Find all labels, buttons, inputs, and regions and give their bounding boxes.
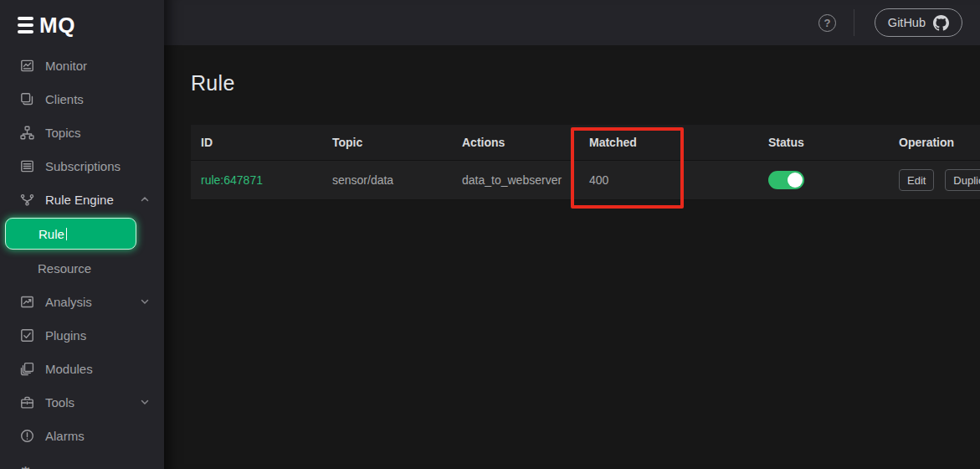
- chevron-down-icon: [140, 296, 150, 307]
- toggle-knob: [788, 173, 803, 188]
- column-header-actions: Actions: [452, 136, 579, 149]
- emq-logo[interactable]: MQ: [0, 0, 164, 39]
- sidebar-item-label: Tools: [45, 395, 74, 410]
- column-header-matched: Matched: [579, 136, 758, 149]
- sidebar-subitem-rule[interactable]: Rule: [5, 218, 136, 250]
- sidebar: MQ Monitor Clients Topics Subscriptions: [0, 0, 164, 469]
- rule-engine-icon: [20, 193, 34, 207]
- emq-logo-bars-icon: [18, 17, 33, 34]
- status-toggle[interactable]: [768, 171, 804, 189]
- sidebar-item-label: Analysis: [45, 295, 92, 309]
- sidebar-item-label: Alarms: [45, 429, 85, 443]
- sidebar-item-alarms[interactable]: Alarms: [0, 419, 164, 452]
- alarms-icon: [20, 429, 34, 443]
- sidebar-item-plugins[interactable]: Plugins: [0, 318, 164, 352]
- table-row: rule:647871 sensor/data data_to_webserve…: [191, 160, 980, 200]
- modules-icon: [20, 362, 34, 376]
- rule-id-link[interactable]: rule:647871: [201, 173, 263, 187]
- sidebar-subitem-label: Rule: [38, 227, 64, 241]
- tools-icon: [20, 395, 34, 410]
- edit-button[interactable]: Edit: [899, 169, 934, 191]
- topics-icon: [20, 126, 34, 140]
- page-title: Rule: [191, 71, 980, 95]
- sidebar-item-tools[interactable]: Tools: [0, 385, 164, 419]
- rule-actions: data_to_webserver: [452, 173, 579, 187]
- sidebar-item-label: Monitor: [45, 59, 87, 73]
- sidebar-item-monitor[interactable]: Monitor: [0, 49, 164, 82]
- clients-icon: [20, 92, 34, 106]
- help-glyph: ?: [824, 17, 830, 29]
- duplicate-button[interactable]: Duplicate: [945, 169, 980, 191]
- column-header-operation: Operation: [889, 136, 980, 149]
- sidebar-item-label: Plugins: [45, 328, 86, 343]
- sidebar-nav: Monitor Clients Topics Subscriptions Rul: [0, 49, 164, 452]
- sidebar-item-label: Rule Engine: [45, 193, 114, 207]
- content: Rule ID Topic Actions Matched Status Ope…: [164, 45, 980, 469]
- rule-topic: sensor/data: [322, 173, 452, 187]
- chevron-up-icon: [140, 194, 150, 204]
- help-icon[interactable]: ?: [818, 14, 836, 32]
- sidebar-item-modules[interactable]: Modules: [0, 352, 164, 385]
- rule-matched-count: 400: [579, 173, 758, 187]
- rule-table: ID Topic Actions Matched Status Operatio…: [191, 125, 980, 200]
- sidebar-item-analysis[interactable]: Analysis: [0, 285, 164, 318]
- column-header-topic: Topic: [322, 136, 452, 149]
- chevron-down-icon: [140, 397, 150, 407]
- main-area: ? GitHub Rule ID Topic Actions Matched S…: [164, 0, 980, 469]
- sidebar-item-rule-engine[interactable]: Rule Engine: [0, 183, 164, 216]
- github-button-label: GitHub: [888, 16, 926, 29]
- topbar-divider: [854, 9, 854, 36]
- github-button[interactable]: GitHub: [875, 8, 962, 37]
- table-header-row: ID Topic Actions Matched Status Operatio…: [191, 125, 980, 160]
- topbar: ? GitHub: [164, 0, 980, 45]
- emq-logo-text: MQ: [39, 14, 75, 36]
- github-octocat-icon: [933, 15, 949, 31]
- column-header-id: ID: [191, 136, 322, 149]
- sidebar-subitem-resource[interactable]: Resource: [0, 251, 164, 285]
- text-cursor: [66, 228, 68, 240]
- sidebar-item-label: Subscriptions: [45, 159, 121, 173]
- sidebar-item-label: Modules: [45, 362, 93, 376]
- monitor-icon: [20, 59, 34, 73]
- settings-gear-icon: ⚙: [18, 465, 33, 469]
- analysis-icon: [20, 295, 34, 309]
- sidebar-item-subscriptions[interactable]: Subscriptions: [0, 149, 164, 183]
- sidebar-item-label: Clients: [45, 92, 84, 106]
- sidebar-item-topics[interactable]: Topics: [0, 116, 164, 149]
- sidebar-item-clients[interactable]: Clients: [0, 82, 164, 116]
- sidebar-subitem-label: Resource: [38, 261, 91, 276]
- plugins-icon: [20, 328, 34, 343]
- sidebar-item-label: Topics: [45, 126, 81, 140]
- subscriptions-icon: [20, 159, 34, 173]
- column-header-status: Status: [758, 136, 889, 149]
